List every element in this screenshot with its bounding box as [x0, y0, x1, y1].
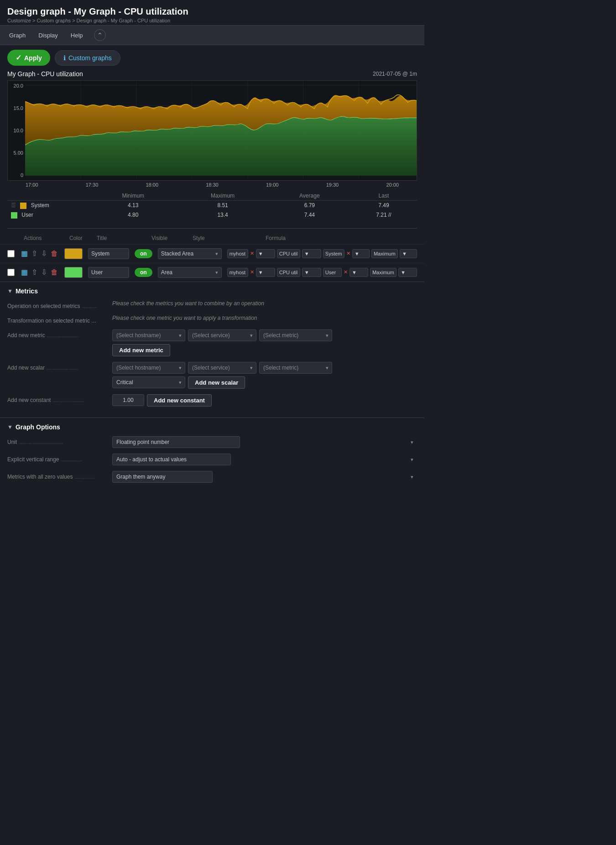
col-header-color: Color: [69, 235, 88, 241]
user-max: 13.4: [177, 210, 268, 220]
menu-help[interactable]: Help: [69, 31, 85, 40]
unit-select[interactable]: Floating point number Integer Percentage: [112, 436, 240, 448]
add-metric-content: (Select hostname) (Select service) (Sele…: [112, 329, 417, 356]
add-metric-hostname-select[interactable]: (Select hostname): [112, 329, 185, 341]
breadcrumb: Customize > Custom graphs > Design graph…: [7, 18, 417, 23]
add-metric-button[interactable]: Add new metric: [112, 344, 170, 356]
system-title-input[interactable]: [88, 248, 129, 259]
system-delete-button[interactable]: 🗑: [50, 249, 59, 259]
system-metric1-select[interactable]: CPU util: [277, 249, 300, 258]
system-host1-select[interactable]: myhost: [227, 249, 248, 258]
graph-timestamp: 2021-07-05 @ 1m: [373, 71, 417, 77]
user-actions: ▦ ⇧ ⇩ 🗑: [20, 267, 59, 277]
metric-row-user: ▦ ⇧ ⇩ 🗑 on Area Stacked Area Line myhost…: [0, 263, 424, 282]
user-title-input[interactable]: [88, 267, 129, 278]
system-metric2-dropdown[interactable]: ▼: [400, 249, 417, 258]
chart-svg: [25, 81, 417, 180]
user-host2-dropdown[interactable]: ▼: [350, 268, 368, 277]
user-color-box: [11, 212, 17, 219]
apply-button[interactable]: ✓ Apply: [7, 50, 50, 66]
user-copy-button[interactable]: ▦: [20, 267, 29, 277]
zero-select[interactable]: Graph them anyway Skip: [112, 471, 213, 483]
user-avg: 7.44: [269, 210, 350, 220]
graph-options-header[interactable]: ▼ Graph Options: [7, 423, 417, 431]
user-host1-select[interactable]: myhost: [227, 268, 248, 277]
system-up-button[interactable]: ⇧: [31, 248, 38, 259]
add-metric-label: Add new metric .........................: [7, 329, 108, 339]
add-scalar-row: Add new scalar .........................…: [7, 362, 417, 389]
graph-options-section: ▼ Graph Options Unit ...................…: [0, 417, 424, 494]
operation-row: Operation on selected metrics ..........…: [7, 300, 417, 309]
system-host2-dropdown[interactable]: ▼: [352, 249, 370, 258]
unit-content: Floating point number Integer Percentage: [112, 436, 417, 448]
add-constant-label: Add new constant .......................…: [7, 394, 108, 403]
user-delete-button[interactable]: 🗑: [50, 267, 59, 277]
user-style-select[interactable]: Area Stacked Area Line: [158, 267, 222, 278]
add-scalar-metric-select[interactable]: (Select metric): [259, 362, 332, 374]
constant-value-input[interactable]: [112, 394, 144, 406]
zero-content: Graph them anyway Skip: [112, 471, 417, 483]
user-host2-select[interactable]: User: [323, 268, 342, 277]
system-copy-button[interactable]: ▦: [20, 248, 29, 259]
legend-header-average: Average: [269, 191, 350, 201]
transformation-row: Transformation on selected metric ... Pl…: [7, 315, 417, 324]
add-constant-row: Add new constant .......................…: [7, 394, 417, 407]
system-down-button[interactable]: ⇩: [40, 248, 48, 259]
add-metric-row: Add new metric .........................…: [7, 329, 417, 356]
add-metric-metric-select[interactable]: (Select metric): [259, 329, 332, 341]
add-scalar-service-select[interactable]: (Select service): [188, 362, 256, 374]
user-metric2-dropdown[interactable]: ▼: [398, 268, 417, 277]
system-avg: 6.79: [269, 201, 350, 210]
system-formula-row1: myhost ✕ ▼ CPU util ▼: [227, 249, 321, 258]
user-checkbox[interactable]: [7, 269, 15, 276]
col-header-actions: Actions: [24, 235, 60, 241]
user-style-wrapper: Area Stacked Area Line: [158, 267, 222, 278]
system-checkbox[interactable]: [7, 250, 15, 257]
custom-graphs-button[interactable]: ℹ Custom graphs: [55, 50, 120, 66]
add-metric-service-select[interactable]: (Select service): [188, 329, 256, 341]
system-metric2-select[interactable]: Maximum: [371, 249, 398, 258]
system-style-select[interactable]: Stacked Area Area Line: [158, 248, 222, 259]
collapse-button[interactable]: ⌃: [94, 29, 106, 41]
user-down-button[interactable]: ⇩: [40, 267, 48, 277]
metrics-section-header[interactable]: ▼ Metrics: [7, 287, 417, 295]
system-host1-dropdown[interactable]: ▼: [256, 249, 275, 258]
system-formula: myhost ✕ ▼ CPU util ▼ System ✕ ▼ Maximum…: [227, 249, 417, 258]
user-host2-remove[interactable]: ✕: [344, 269, 348, 275]
legend-header-name: [7, 191, 89, 201]
system-host2-select[interactable]: System: [323, 249, 345, 258]
system-metric1-dropdown[interactable]: ▼: [302, 249, 321, 258]
add-scalar-selects: (Select hostname) (Select service) (Sele…: [112, 362, 417, 374]
system-visible-toggle[interactable]: on: [135, 249, 152, 258]
add-scalar-button[interactable]: Add new scalar: [188, 376, 245, 389]
system-host2-remove[interactable]: ✕: [346, 250, 350, 256]
user-host1-dropdown[interactable]: ▼: [256, 268, 275, 277]
user-host1-remove[interactable]: ✕: [250, 269, 254, 275]
zero-row: Metrics with all zero values ...........…: [7, 471, 417, 483]
metrics-column-headers: Actions Color Title Visible Style Formul…: [0, 232, 424, 244]
menu-display[interactable]: Display: [37, 31, 60, 40]
user-metric1-select[interactable]: CPU util: [277, 268, 300, 277]
add-scalar-hostname-select[interactable]: (Select hostname): [112, 362, 185, 374]
add-constant-button[interactable]: Add new constant: [147, 394, 212, 407]
user-metric1-dropdown[interactable]: ▼: [302, 268, 321, 277]
legend-header-minimum: Minimum: [89, 191, 177, 201]
zero-label: Metrics with all zero values ...........…: [7, 471, 108, 480]
system-style-wrapper: Stacked Area Area Line: [158, 248, 222, 259]
add-scalar-critical-select[interactable]: Critical Warning: [112, 376, 185, 388]
metric-row-system: ▦ ⇧ ⇩ 🗑 on Stacked Area Area Line myhost…: [0, 244, 424, 263]
legend-header-maximum: Maximum: [177, 191, 268, 201]
info-icon: ℹ: [63, 54, 66, 62]
user-color-swatch[interactable]: [64, 267, 83, 278]
user-visible-toggle[interactable]: on: [135, 268, 152, 277]
page-title: Design graph - My Graph - CPU utilizatio…: [7, 6, 417, 17]
system-color-swatch[interactable]: [64, 248, 83, 259]
system-formula-row2: System ✕ ▼ Maximum ▼: [323, 249, 417, 258]
range-select[interactable]: Auto - adjust to actual values Fixed ran…: [112, 454, 231, 465]
user-formula-row1: myhost ✕ ▼ CPU util ▼: [227, 268, 321, 277]
menu-graph[interactable]: Graph: [7, 31, 27, 40]
menubar: Graph Display Help ⌃: [0, 25, 424, 45]
user-up-button[interactable]: ⇧: [31, 267, 38, 277]
system-host1-remove[interactable]: ✕: [250, 250, 254, 256]
user-metric2-select[interactable]: Maximum: [370, 268, 397, 277]
